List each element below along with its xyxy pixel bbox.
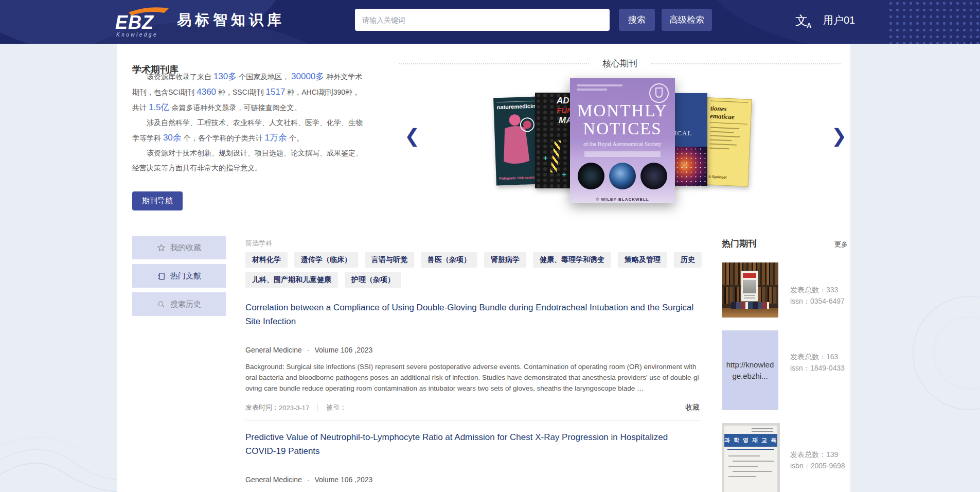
- standing-book: [741, 271, 758, 302]
- svg-text:EBZ: EBZ: [115, 12, 154, 33]
- publish-date-label: 发表时间：: [245, 403, 279, 412]
- article-title-link[interactable]: Predictive Value of Neutrophil-to-Lympho…: [245, 430, 700, 458]
- translate-icon[interactable]: 文A: [795, 12, 811, 29]
- journal-cover-astronomical[interactable]: ICAL: [670, 93, 707, 186]
- cover-title: naturemedicine: [496, 102, 539, 110]
- cover-issue-lines: [577, 84, 623, 93]
- subject-tag[interactable]: 材料化学: [245, 252, 288, 268]
- isbn-value: 2005-9698: [811, 462, 845, 470]
- astronomy-image: [578, 163, 604, 189]
- journal-cover-monthly-notices[interactable]: MONTHLY NOTICES of the Royal Astronomica…: [570, 78, 675, 203]
- molecule-chain-decoration: [550, 139, 561, 173]
- sidebar-item-search-history[interactable]: 搜索历史: [132, 292, 226, 316]
- side-menu: 我的收藏 热门文献 搜索历史: [132, 236, 226, 321]
- username[interactable]: 用户01: [823, 13, 855, 27]
- article-item: Predictive Value of Neutrophil-to-Lympho…: [245, 430, 700, 484]
- more-link[interactable]: 更多: [834, 240, 848, 249]
- subject-tag[interactable]: 言语与听觉: [365, 252, 414, 268]
- cover-publisher: © Springer: [708, 174, 727, 179]
- search-button[interactable]: 搜索: [619, 9, 655, 31]
- cited-label: 被引：: [326, 403, 346, 412]
- journal-cover-mathematicae[interactable]: tiones ematicae © Springer: [703, 97, 752, 187]
- dashed-line-decoration: [399, 63, 589, 64]
- journal-stats: 发表总数：333 issn：0354-6497: [790, 284, 845, 307]
- site-title: 易标智知识库: [177, 10, 285, 30]
- site-logo[interactable]: EBZ Knowledge: [114, 4, 176, 39]
- article-journal: General Medicine: [245, 476, 302, 484]
- core-journals-header: 核心期刊: [399, 58, 841, 69]
- search-icon: [157, 300, 166, 309]
- cover-issue-lines: [752, 428, 773, 433]
- subject-tags: 材料化学 遗传学（临床） 言语与听觉 兽医（杂项） 肾脏病学 健康、毒理学和诱变…: [245, 252, 708, 288]
- journal-navigation-button[interactable]: 期刊导航: [132, 191, 183, 210]
- article-title-link[interactable]: Correlation between a Compliance of Usin…: [245, 301, 700, 328]
- cover-blue-panel: [670, 93, 707, 147]
- meta-separator: ·: [307, 346, 310, 354]
- book-stack: [731, 302, 769, 309]
- translate-icon-glyph: 文: [795, 13, 808, 27]
- ras-emblem-icon: [649, 83, 669, 103]
- astronomy-image: [609, 163, 636, 189]
- issn-value: 0354-6497: [810, 297, 845, 305]
- sidebar-item-hot-literature[interactable]: 热门文献: [132, 264, 226, 288]
- cover-toc-lines: [728, 455, 773, 481]
- cover-rule-decoration: [727, 449, 774, 450]
- svg-text:Knowledge: Knowledge: [116, 32, 158, 38]
- publication-count-value: 333: [826, 286, 838, 294]
- cover-rule-decoration: [710, 100, 748, 102]
- publication-count-value: 163: [826, 353, 838, 361]
- article-item: Correlation between a Compliance of Usin…: [245, 301, 700, 421]
- article-divider: [245, 420, 700, 421]
- cover-title-fragment: AD: [557, 96, 569, 106]
- astronomy-image: [640, 163, 667, 189]
- cover-title: MONTHLY: [570, 102, 675, 120]
- subject-tag[interactable]: 肾脏病学: [484, 252, 526, 268]
- subject-tag[interactable]: 健康、毒理学和诱变: [533, 252, 611, 268]
- background-lines-decoration: [857, 276, 980, 430]
- subject-tag[interactable]: 策略及管理: [618, 252, 667, 268]
- top-navbar: EBZ Knowledge 易标智知识库 搜索 高级检索 文A 用户01: [0, 0, 980, 44]
- nebula-image: [670, 147, 707, 186]
- cover-title: NOTICES: [570, 120, 675, 138]
- isbn-label: isbn：: [790, 462, 811, 470]
- article-abstract: Background: Surgical site infections (SS…: [245, 361, 700, 394]
- broken-image-alt-text: http://knowledge.ebzhi...: [725, 359, 775, 382]
- cover-caption: Polygenic risk scores in tr: [499, 175, 541, 180]
- issn-label: issn：: [790, 364, 810, 372]
- subject-tag[interactable]: 遗传学（临床）: [294, 252, 358, 268]
- article-meta: General Medicine·Volume 106 ,2023: [245, 476, 700, 484]
- filter-subject-label: 筛选学科: [245, 239, 272, 248]
- favorite-button[interactable]: 收藏: [685, 403, 700, 412]
- journal-cover-nature-medicine[interactable]: naturemedicine Polygenic risk scores in …: [493, 97, 541, 186]
- sidebar-item-my-favorites[interactable]: 我的收藏: [132, 236, 226, 259]
- cover-title-fragment: ICAL: [674, 129, 692, 137]
- journal-stats: 发表总数：163 issn：1849-0433: [790, 351, 845, 374]
- intro-description: 该资源库收录了来自 130多 个国家及地区， 30000多 种外文学术期刊，包含…: [132, 69, 366, 175]
- subject-tag[interactable]: 兽医（杂项）: [421, 252, 477, 268]
- pink-body-illustration: [494, 111, 540, 169]
- article-volume: Volume 106 ,2023: [314, 476, 372, 484]
- astronomy-images-row: [570, 163, 675, 189]
- halftone-dots-decoration: [887, 0, 980, 44]
- cover-card: 과 학 영 재 교 육: [724, 426, 777, 492]
- chevron-left-icon[interactable]: ❮: [404, 127, 420, 145]
- journal-cover-broken-image: http://knowledge.ebzhi...: [722, 330, 778, 410]
- background-waves-decoration: [0, 358, 134, 492]
- dashed-line-decoration: [651, 63, 841, 64]
- search-input[interactable]: [355, 9, 610, 31]
- journal-cover-korean: 과 학 영 재 교 육: [722, 423, 780, 492]
- article-journal: General Medicine: [245, 346, 302, 354]
- subject-tag[interactable]: 历史: [674, 252, 702, 268]
- advanced-search-button[interactable]: 高级检索: [662, 9, 712, 31]
- intro-paragraph: 涉及自然科学、工程技术、农业科学、人文社科、医学、化学、生物学等学科 30余 个…: [132, 115, 366, 146]
- hot-journals-header: 热门期刊 更多: [722, 238, 848, 250]
- subject-tag[interactable]: 护理（杂项）: [345, 272, 401, 288]
- cover-band-decoration: [584, 151, 661, 157]
- hot-journals-panel: 热门期刊 更多 发表总数：333 issn：0354-6497: [722, 238, 848, 250]
- translate-icon-sub-glyph: A: [807, 22, 811, 29]
- cover-subtitle: of the Royal Astronomical Society: [570, 140, 675, 147]
- chevron-right-icon[interactable]: ❯: [831, 127, 847, 145]
- molecule-cross-decoration: +: [562, 170, 566, 179]
- cover-publisher: © WILEY-BLACKWELL: [570, 197, 675, 202]
- subject-tag[interactable]: 儿科、围产期和儿童健康: [245, 272, 338, 288]
